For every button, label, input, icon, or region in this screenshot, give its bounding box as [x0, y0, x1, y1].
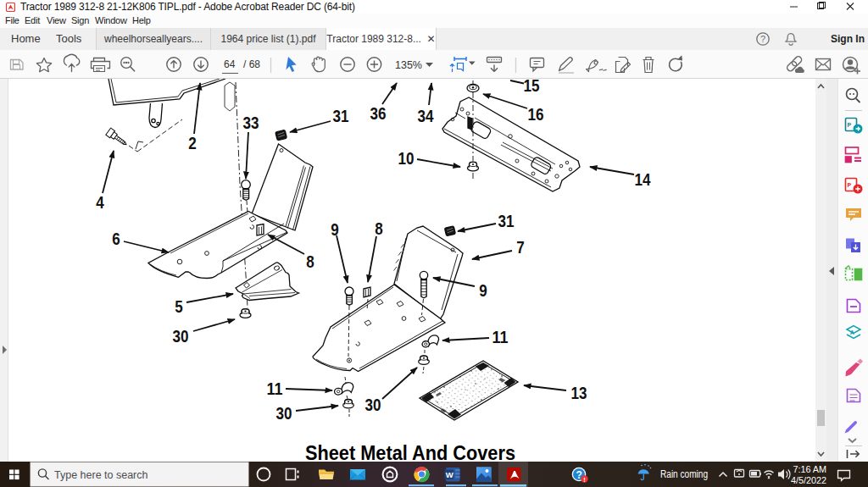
svg-text:8: 8 [375, 219, 383, 238]
svg-text:?: ? [760, 34, 765, 44]
svg-text:A: A [850, 329, 854, 335]
svg-text:13: 13 [571, 383, 587, 402]
svg-text:15: 15 [524, 79, 540, 95]
svg-text:11: 11 [492, 327, 509, 346]
svg-text:64: 64 [224, 58, 236, 70]
svg-text:4/5/2022: 4/5/2022 [791, 475, 826, 485]
svg-text:14: 14 [635, 169, 651, 189]
svg-text:Sheet Metal And Covers: Sheet Metal And Covers [305, 441, 515, 462]
svg-text:9: 9 [479, 280, 487, 300]
svg-text:36: 36 [370, 103, 387, 123]
svg-text:33: 33 [243, 113, 259, 132]
svg-text:5: 5 [175, 296, 183, 316]
svg-text:Rain coming: Rain coming [660, 468, 708, 480]
svg-text:W: W [446, 470, 453, 479]
svg-text:30: 30 [365, 395, 381, 414]
svg-text:34: 34 [418, 106, 434, 125]
svg-text:30: 30 [276, 403, 292, 423]
svg-text:11: 11 [267, 379, 283, 398]
svg-text:4: 4 [96, 192, 104, 212]
svg-text:9: 9 [331, 219, 339, 239]
svg-text:7:16 AM: 7:16 AM [793, 464, 826, 474]
svg-text:6: 6 [112, 229, 120, 248]
svg-text:2: 2 [188, 133, 197, 152]
svg-text:8: 8 [306, 252, 314, 271]
svg-text:135%: 135% [395, 59, 422, 71]
svg-text:7: 7 [516, 237, 525, 257]
svg-text:P: P [848, 122, 852, 128]
svg-text:P: P [848, 182, 852, 188]
svg-text:31: 31 [333, 106, 349, 125]
svg-text:/ 68: / 68 [243, 58, 260, 70]
svg-text:30: 30 [173, 326, 189, 346]
svg-text:!: ! [583, 476, 586, 484]
svg-text:Type here to search: Type here to search [54, 469, 148, 481]
svg-text:31: 31 [498, 211, 515, 230]
svg-text:10: 10 [398, 148, 415, 168]
svg-text:16: 16 [528, 104, 544, 124]
